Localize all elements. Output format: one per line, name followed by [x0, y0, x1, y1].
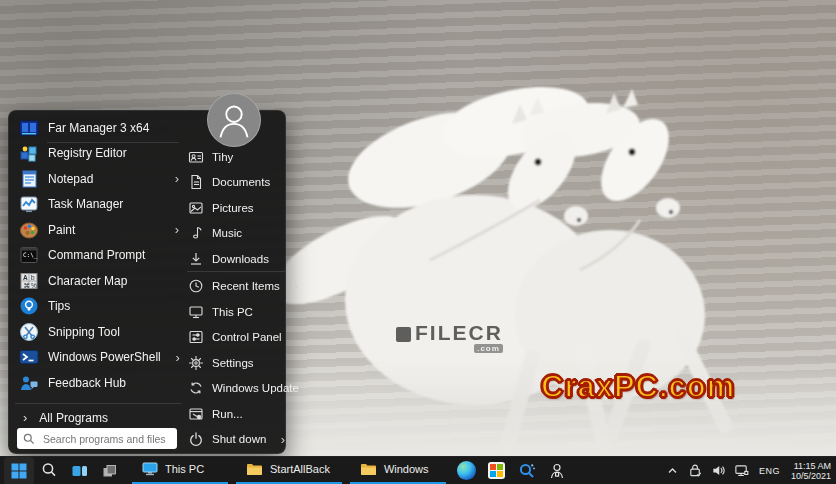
start-menu-item-control-panel[interactable]: Control Panel [185, 325, 287, 351]
this-pc-icon [142, 462, 158, 476]
folder-icon [246, 462, 263, 476]
edge-button[interactable] [452, 457, 482, 484]
submenu-chevron-icon: › [288, 279, 298, 294]
start-menu-item-windows-powershell[interactable]: Windows PowerShell › [15, 345, 183, 371]
user-avatar-icon [208, 93, 260, 147]
svg-text:A: A [23, 274, 28, 281]
taskbar-task-this-pc[interactable]: This PC [132, 457, 228, 484]
start-menu-item-snipping-tool[interactable]: Snipping Tool [15, 319, 183, 345]
filecr-com-badge: .com [474, 344, 503, 353]
feedback-hub-icon [18, 372, 39, 393]
folder-icon [360, 462, 377, 476]
start-menu-item-documents[interactable]: Documents [185, 170, 287, 196]
start-menu-item-notepad[interactable]: Notepad › [15, 166, 183, 192]
settings-icon [187, 354, 204, 371]
network-icon [734, 463, 749, 478]
search-icon [23, 433, 35, 445]
command-prompt-icon: C:\_ [18, 245, 39, 266]
people-icon [548, 462, 566, 480]
magnifier-app-button[interactable] [512, 457, 542, 484]
start-menu-item-far-manager[interactable]: Far Manager 3 x64 [15, 115, 183, 141]
registry-editor-icon [18, 143, 39, 164]
svg-text:b: b [31, 274, 35, 281]
start-menu-item-task-manager[interactable]: Task Manager [15, 192, 183, 218]
svg-text:C:\_: C:\_ [23, 251, 38, 259]
start-menu-search[interactable] [17, 428, 177, 449]
downloads-icon [187, 250, 204, 267]
start-menu-right-column: Tihy Documents Pictures Music [185, 144, 287, 452]
network-button[interactable] [733, 462, 751, 480]
start-menu-item-paint[interactable]: Paint › [15, 217, 183, 243]
system-tray: ENG 11:15 AM 10/5/2021 [664, 461, 836, 481]
magnifier-icon [518, 462, 536, 480]
taskbar-task-windows[interactable]: Windows [350, 457, 446, 484]
user-avatar[interactable] [207, 93, 261, 147]
paint-icon [18, 219, 39, 240]
run-icon [187, 405, 204, 422]
chevron-up-icon [667, 465, 678, 476]
windows-start-icon [11, 463, 27, 479]
filecr-text: FILECR [415, 323, 503, 343]
search-input[interactable] [41, 432, 171, 446]
start-menu-item-registry-editor[interactable]: Registry Editor [15, 141, 183, 167]
svg-text:⌘: ⌘ [23, 281, 30, 288]
separator [15, 403, 181, 404]
start-menu-item-music[interactable]: Music [185, 221, 287, 247]
start-menu-item-tips[interactable]: Tips [15, 294, 183, 320]
start-menu-item-user-tihy[interactable]: Tihy [185, 144, 287, 170]
windows-update-icon [187, 380, 204, 397]
start-menu-item-windows-update[interactable]: Windows Update [185, 376, 287, 402]
taskbar-task-startallback[interactable]: StartAllBack [236, 457, 342, 484]
start-menu-item-command-prompt[interactable]: C:\_ Command Prompt [15, 243, 183, 269]
recent-items-icon [187, 278, 204, 295]
start-menu-item-shut-down[interactable]: Shut down › [185, 427, 287, 453]
start-menu-item-this-pc[interactable]: This PC [185, 299, 287, 325]
volume-button[interactable] [710, 462, 728, 480]
people-button[interactable] [542, 457, 572, 484]
task-view-button[interactable] [64, 457, 94, 484]
language-indicator[interactable]: ENG [756, 466, 783, 476]
start-menu-item-settings[interactable]: Settings [185, 350, 287, 376]
volume-icon [711, 463, 726, 478]
clock-date: 10/5/2021 [791, 471, 831, 481]
all-programs-button[interactable]: › All Programs [15, 407, 183, 428]
start-menu-item-feedback-hub[interactable]: Feedback Hub [15, 370, 183, 396]
documents-icon [187, 174, 204, 191]
control-panel-icon [187, 329, 204, 346]
submenu-chevron-icon: › [169, 222, 179, 237]
task-view-icon [71, 463, 88, 479]
powershell-icon [18, 347, 39, 368]
tips-icon [18, 296, 39, 317]
notepad-icon [18, 168, 39, 189]
security-status-button[interactable] [687, 462, 705, 480]
music-icon [187, 225, 204, 242]
security-lock-icon [688, 463, 703, 478]
widgets-icon [101, 463, 118, 479]
microsoft-store-icon [488, 462, 505, 479]
start-menu-item-recent-items[interactable]: Recent Items › [185, 274, 287, 300]
submenu-chevron-icon: › [170, 350, 180, 365]
craxpc-watermark: CraxPC.com [541, 369, 735, 405]
taskbar-clock[interactable]: 11:15 AM 10/5/2021 [791, 461, 831, 481]
start-menu-item-run[interactable]: Run... [185, 401, 287, 427]
user-folder-icon [187, 148, 204, 165]
desktop: FILECR .com CraxPC.com Far Manager 3 x64 [0, 0, 836, 484]
snipping-tool-icon [18, 321, 39, 342]
tray-expand-button[interactable] [664, 462, 682, 480]
start-menu-item-character-map[interactable]: Ab⌘% Character Map [15, 268, 183, 294]
start-button[interactable] [4, 457, 34, 484]
start-menu-item-downloads[interactable]: Downloads [185, 246, 287, 272]
start-menu-item-pictures[interactable]: Pictures [185, 195, 287, 221]
pictures-icon [187, 199, 204, 216]
submenu-chevron-icon: › [275, 432, 285, 447]
microsoft-store-button[interactable] [482, 457, 512, 484]
shut-down-icon [187, 431, 204, 448]
taskbar: This PC StartAllBack Windows [0, 456, 836, 484]
task-manager-icon [18, 194, 39, 215]
start-menu: Far Manager 3 x64 Registry Editor Notepa… [8, 110, 286, 454]
start-menu-left-column: Far Manager 3 x64 Registry Editor Notepa… [15, 115, 183, 396]
widgets-button[interactable] [94, 457, 124, 484]
submenu-chevron-icon: › [169, 171, 179, 186]
taskbar-search-button[interactable] [34, 457, 64, 484]
far-manager-icon [18, 117, 39, 138]
